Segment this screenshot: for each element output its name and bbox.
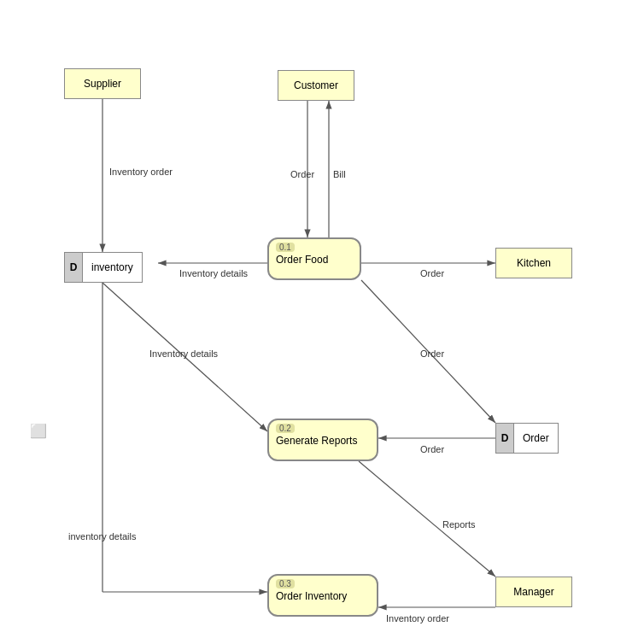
label-reports: Reports <box>442 519 476 530</box>
manager-label: Manager <box>513 586 553 598</box>
generate-reports-label: Generate Reports <box>276 435 357 447</box>
diagram-container: Supplier Customer Kitchen Manager 0.1 Or… <box>0 0 644 644</box>
label-order4: Order <box>420 444 444 454</box>
supplier-label: Supplier <box>84 78 121 90</box>
order-food-node: 0.1 Order Food <box>267 237 361 280</box>
label-order2: Order <box>420 268 444 278</box>
order-inventory-number: 0.3 <box>276 579 295 588</box>
cursor: ⬜ <box>30 423 47 439</box>
order-food-number: 0.1 <box>276 243 295 252</box>
order-food-label: Order Food <box>276 254 328 266</box>
inventory-ds-label: inventory <box>83 252 143 283</box>
label-order3: Order <box>420 348 444 359</box>
customer-label: Customer <box>294 79 338 91</box>
label-bill1: Bill <box>333 169 346 179</box>
order-inventory-node: 0.3 Order Inventory <box>267 574 378 617</box>
order-datastore: D Order <box>495 423 559 454</box>
order-inventory-label: Order Inventory <box>276 590 347 602</box>
supplier-node: Supplier <box>64 68 141 99</box>
kitchen-node: Kitchen <box>495 248 572 278</box>
generate-reports-node: 0.2 Generate Reports <box>267 419 378 461</box>
label-inventory-details1: Inventory details <box>179 268 248 278</box>
label-inventory-order2: Inventory order <box>386 613 449 624</box>
label-inventory-details2: Inventory details <box>149 348 218 359</box>
inventory-d-marker: D <box>64 252 83 283</box>
order-d-marker: D <box>495 423 514 454</box>
customer-node: Customer <box>278 70 354 101</box>
manager-node: Manager <box>495 577 572 607</box>
label-order1: Order <box>290 169 314 179</box>
kitchen-label: Kitchen <box>517 257 551 269</box>
generate-reports-number: 0.2 <box>276 424 295 433</box>
label-inventory-details3: inventory details <box>68 531 137 542</box>
label-inventory-order1: Inventory order <box>109 167 173 177</box>
order-ds-label: Order <box>514 423 559 454</box>
inventory-datastore: D inventory <box>64 252 143 283</box>
